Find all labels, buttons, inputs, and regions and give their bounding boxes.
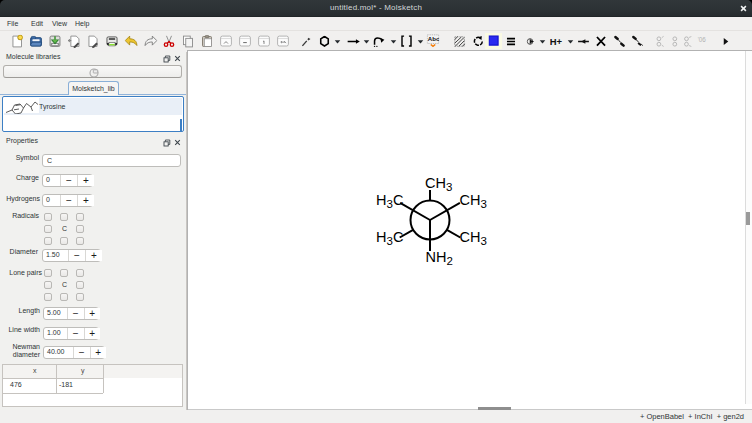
svg-text:H3C: H3C xyxy=(376,192,403,210)
svg-text:CH3: CH3 xyxy=(460,192,487,210)
svg-text:CH3: CH3 xyxy=(460,229,487,247)
svg-text:'06: '06 xyxy=(698,36,707,43)
svg-text:Abc: Abc xyxy=(428,35,439,42)
svg-text:H+: H+ xyxy=(550,36,563,47)
svg-text:H3C: H3C xyxy=(376,229,403,247)
svg-text:CH3: CH3 xyxy=(425,175,452,193)
svg-text:NH2: NH2 xyxy=(426,249,453,267)
